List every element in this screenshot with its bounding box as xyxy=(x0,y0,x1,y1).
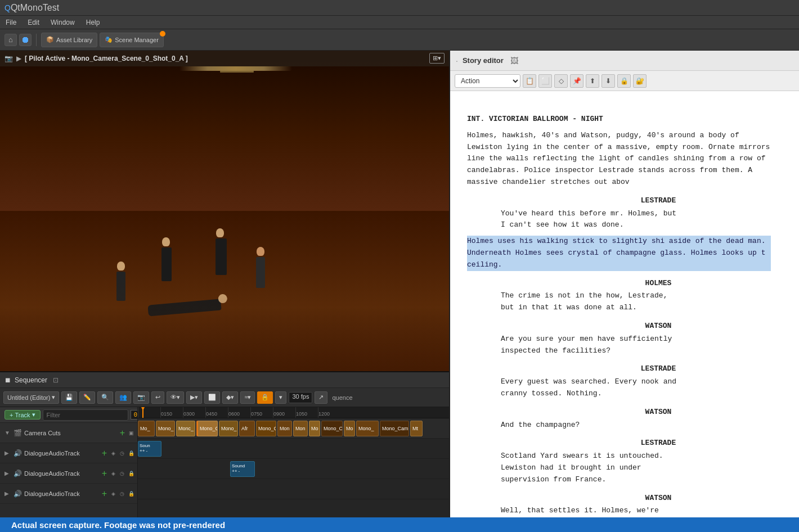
play-btn[interactable]: ▶▾ xyxy=(186,391,202,404)
lock-icon[interactable]: 🔒 xyxy=(127,449,135,457)
action-paragraph-1: Holmes, hawkish, 40's and Watson, pudgy,… xyxy=(467,130,771,188)
track-controls: ▣ xyxy=(127,429,135,437)
view-options-btn[interactable]: 👁▾ xyxy=(167,391,184,404)
lestrade-dialogue-1: You've heard this before mr. Holmes, but… xyxy=(501,208,681,232)
left-panel: 📷 ▶ [ Pilot Active - Mono_Camera_Scene_0… xyxy=(0,51,450,517)
menu-window[interactable]: Window xyxy=(48,19,77,26)
undo-btn[interactable]: ↩ xyxy=(151,391,164,404)
project-dropdown[interactable]: Untitled (Editor) ▾ xyxy=(3,391,59,404)
key-dropdown-btn[interactable]: ◆▾ xyxy=(222,391,238,404)
track-controls-1: ◈ ◷ 🔒 xyxy=(109,449,135,457)
tool-btn-5[interactable]: ⬆ xyxy=(586,74,599,88)
scene-heading: INT. VICTORIAN BALLROOM - NIGHT xyxy=(467,114,782,125)
clip-mono3[interactable]: Mono_ xyxy=(219,421,238,436)
tool-btn-8[interactable]: 🔐 xyxy=(633,74,647,88)
clip-afr[interactable]: Afr xyxy=(239,421,255,436)
track-expand-icon[interactable]: ▶ xyxy=(5,490,11,497)
sequencer-minimize-icon[interactable]: ⊡ xyxy=(53,376,59,384)
sequencer-icon: ⏹ xyxy=(5,376,11,384)
snap-options-btn[interactable]: ▾ xyxy=(275,391,286,404)
home-button[interactable]: ⌂ xyxy=(5,34,17,46)
ruler-mark-1200: 1200 xyxy=(318,407,330,418)
viewport: 📷 ▶ [ Pilot Active - Mono_Camera_Scene_0… xyxy=(0,51,449,371)
clip-mono1[interactable]: Mono_ xyxy=(156,421,175,436)
edit-btn[interactable]: ✏️ xyxy=(79,391,95,404)
curve-btn[interactable]: ≈▾ xyxy=(240,391,255,404)
lock-icon[interactable]: 🔒 xyxy=(127,470,135,477)
menu-help[interactable]: Help xyxy=(84,19,102,26)
clip-mono6[interactable]: Mono_ xyxy=(356,421,379,436)
tool-btn-7[interactable]: 🔒 xyxy=(617,74,631,88)
mute-icon[interactable]: ◷ xyxy=(118,490,126,498)
tool-btn-3[interactable]: ◇ xyxy=(554,74,568,88)
clip-monocam[interactable]: Mono_Cam xyxy=(380,421,409,436)
tool-btn-2[interactable]: ⬜ xyxy=(538,74,552,88)
add-audio-button-3[interactable]: + xyxy=(102,489,107,499)
viewport-grid-button[interactable]: ⊞▾ xyxy=(429,53,445,64)
lestrade-name-2: LESTRADE xyxy=(535,363,782,375)
track-expand-icon[interactable]: ▼ xyxy=(5,430,11,436)
track-filter-input[interactable] xyxy=(43,409,128,421)
clip-monc[interactable]: Monc_ xyxy=(176,421,195,436)
audio-clip-2[interactable]: Sound++ - xyxy=(230,461,255,477)
track-expand-icon[interactable]: ▶ xyxy=(5,470,11,476)
menu-edit[interactable]: Edit xyxy=(25,19,42,26)
scene-manager-button[interactable]: 🎭 Scene Manager xyxy=(100,33,164,47)
menu-file[interactable]: File xyxy=(3,19,19,26)
solo-icon[interactable]: ◈ xyxy=(109,490,117,498)
cursor-btn[interactable]: ↗ xyxy=(315,391,327,404)
piano-object xyxy=(220,71,254,73)
asset-library-icon: 📦 xyxy=(46,36,54,43)
clip-mono4[interactable]: Mono_C xyxy=(256,421,276,436)
tool-btn-1[interactable]: 📋 xyxy=(523,74,536,88)
holmes-dialogue-1: The crime is not in the how, Lestrade, b… xyxy=(501,290,681,314)
save-btn[interactable]: 💾 xyxy=(61,391,77,404)
clip-mo[interactable]: Mo_ xyxy=(138,421,155,436)
clip-mo2[interactable]: Mo xyxy=(309,421,320,436)
clip-mt[interactable]: Mt xyxy=(410,421,423,436)
script-content[interactable]: INT. VICTORIAN BALLROOM - NIGHT Holmes, … xyxy=(450,91,799,517)
clip-mono5[interactable]: Mono_C xyxy=(321,421,343,436)
mute-icon[interactable]: ▣ xyxy=(127,429,135,437)
solo-icon[interactable]: ◈ xyxy=(109,470,117,477)
camera-timeline-row: Mo_ Mono_ Monc_ Mono_C Mono_ Afr Mono_C … xyxy=(138,418,449,439)
audio-timeline-row-3 xyxy=(138,479,449,499)
add-audio-button[interactable]: + xyxy=(102,448,107,458)
capture-btn[interactable]: 📷 xyxy=(133,391,149,404)
record-button[interactable]: ⏺ xyxy=(19,34,32,46)
timeline-tracks: Mo_ Mono_ Monc_ Mono_C Mono_ Afr Mono_C … xyxy=(138,418,449,517)
search-btn[interactable]: 🔍 xyxy=(97,391,113,404)
snap-btn[interactable]: 🔒 xyxy=(257,391,273,404)
mute-icon[interactable]: ◷ xyxy=(118,470,126,477)
sequencer-toolbar: Untitled (Editor) ▾ 💾 ✏️ 🔍 👥 📷 ↩ 👁▾ ▶▾ ⬜… xyxy=(0,388,449,407)
tool-btn-6[interactable]: ⬇ xyxy=(602,74,615,88)
ruler-mark-1050: 1050 xyxy=(295,407,307,418)
add-clip-button[interactable]: + xyxy=(120,428,125,438)
track-expand-icon[interactable]: ▶ xyxy=(5,450,11,456)
track-label: Track xyxy=(15,412,30,418)
add-audio-button-2[interactable]: + xyxy=(102,468,107,479)
mute-icon[interactable]: ◷ xyxy=(118,449,126,457)
ruler-mark-0300: 0300 xyxy=(183,407,195,418)
watson-name-2: WATSON xyxy=(535,407,782,418)
lock-icon[interactable]: 🔒 xyxy=(127,490,135,498)
audio-clip-1[interactable]: Soun++ - xyxy=(138,441,161,457)
clip-mono2[interactable]: Mono_C xyxy=(196,421,218,436)
ruler-mark-0600: 0600 xyxy=(228,407,240,418)
story-mode-select[interactable]: Action Scene Heading Character Dialogue … xyxy=(455,74,520,88)
asset-library-button[interactable]: 📦 Asset Library xyxy=(41,33,97,47)
clip-mon1[interactable]: Mon xyxy=(277,421,292,436)
scene-manager-icon: 🎭 xyxy=(105,36,113,43)
camera-btn[interactable]: 👥 xyxy=(115,391,131,404)
clip-mo3[interactable]: Mo xyxy=(344,421,355,436)
action-paragraph-2-highlighted: Holmes uses his walking stick to slightl… xyxy=(467,236,771,270)
solo-icon[interactable]: ◈ xyxy=(109,449,117,457)
story-editor-icon: · xyxy=(456,56,458,65)
track-item-camera-cuts: ▼ 🎬 Camera Cuts + ▣ xyxy=(0,423,137,443)
story-editor-panel: · Story editor 🖼 Action Scene Heading Ch… xyxy=(450,51,799,517)
add-track-button[interactable]: + Track ▾ xyxy=(5,410,41,420)
tool-btn-4[interactable]: 📌 xyxy=(570,74,583,88)
record-toggle-btn[interactable]: ⬜ xyxy=(204,391,220,404)
clip-mon2[interactable]: Mon xyxy=(293,421,308,436)
figure-2 xyxy=(216,238,227,275)
